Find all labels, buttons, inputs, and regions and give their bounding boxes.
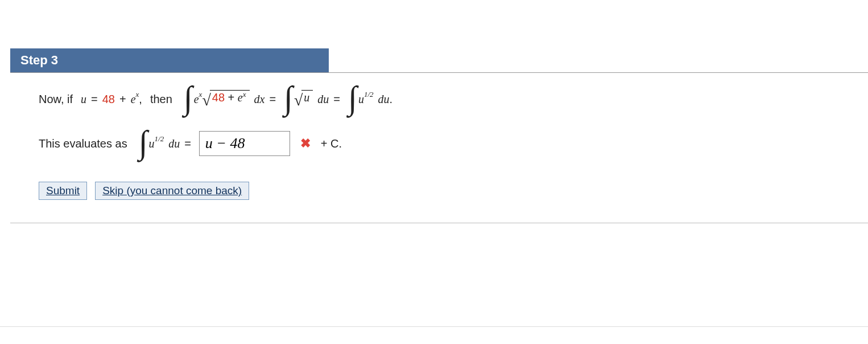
u-half-2: u1/2 — [149, 137, 164, 150]
sqrt-u: √ u — [294, 90, 313, 108]
text-this-evaluates: This evaluates as — [39, 137, 127, 150]
step-header: Step 3 — [10, 48, 329, 72]
const-48-red: 48 — [102, 93, 115, 106]
comma: , — [139, 93, 142, 106]
radicand-u: u — [301, 90, 313, 104]
radicand: 48 + ex — [210, 90, 250, 104]
base-e-2: e — [194, 93, 199, 106]
exp-half: 1/2 — [364, 90, 374, 99]
step-label: Step 3 — [20, 53, 58, 67]
answer-input[interactable] — [199, 131, 290, 156]
equals-sign: = — [91, 93, 98, 106]
equals-sign-2: = — [269, 93, 276, 106]
text-now-if: Now, if — [39, 93, 73, 106]
plus-c: + C. — [321, 137, 342, 150]
footer-divider — [0, 326, 868, 327]
equation-line-1: Now, if u = 48 + ex , then ∫ ex √ — [39, 90, 868, 108]
exp-x: x — [136, 90, 139, 99]
equals-sign-4: = — [184, 137, 191, 150]
equation-line-2: This evaluates as ∫ u1/2 du = ✖ + C. — [39, 131, 868, 156]
plus-sign: + — [119, 93, 126, 106]
button-row: Submit Skip (you cannot come back) — [39, 182, 868, 200]
e-to-x: ex — [131, 93, 139, 106]
submit-button[interactable]: Submit — [39, 182, 87, 200]
incorrect-icon: ✖ — [300, 136, 311, 151]
var-u: u — [81, 93, 86, 106]
step-body: Now, if u = 48 + ex , then ∫ ex √ — [10, 72, 868, 223]
exp-half-2: 1/2 — [155, 134, 164, 144]
text-then: then — [150, 93, 172, 106]
base-e: e — [131, 93, 136, 106]
plus-sign-2: + — [228, 91, 238, 104]
dx: dx — [254, 93, 265, 106]
e-to-x-2: ex — [194, 93, 202, 106]
du-2: du — [378, 93, 390, 106]
period: . — [390, 93, 393, 106]
var-u-3: u — [149, 137, 155, 150]
const-48-red-2: 48 — [212, 91, 225, 104]
du: du — [317, 93, 329, 106]
du-3: du — [168, 137, 180, 150]
var-u-2: u — [358, 93, 364, 106]
skip-button[interactable]: Skip (you cannot come back) — [95, 182, 249, 200]
equals-sign-3: = — [333, 93, 340, 106]
e-to-x-3: ex — [238, 91, 246, 104]
sqrt-48-plus-ex: √ 48 + ex — [202, 90, 249, 108]
u-half: u1/2 — [358, 93, 374, 106]
radical-icon-2: √ — [294, 91, 303, 109]
radical-icon: √ — [202, 91, 210, 109]
